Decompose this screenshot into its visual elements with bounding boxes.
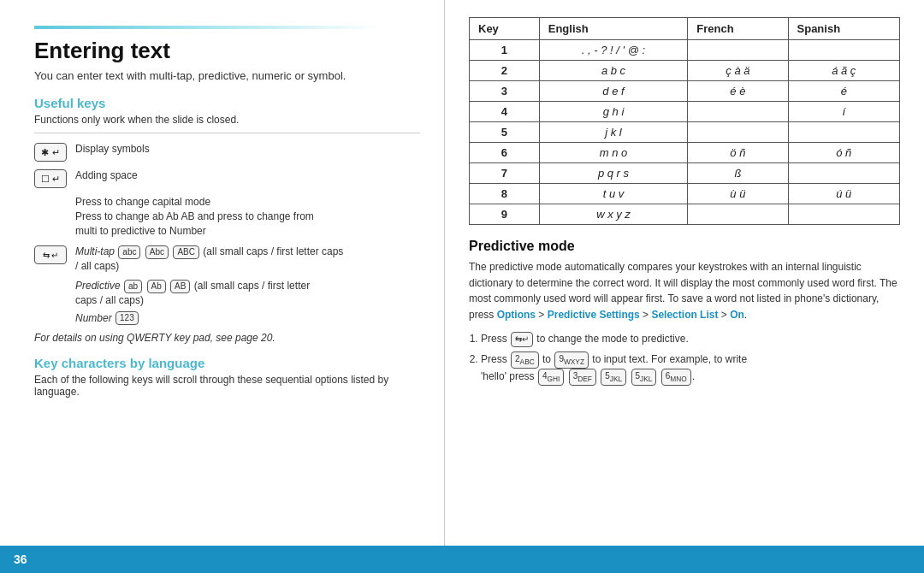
table-row: 1. , - ? ! / ' @ : xyxy=(470,40,900,61)
cell-french xyxy=(688,102,788,122)
cell-english: a b c xyxy=(539,61,688,81)
predictive-mode-desc: Predictive ab Ab AB (all small caps / fi… xyxy=(75,279,310,308)
divider xyxy=(34,133,420,133)
cell-english: . , - ? ! / ' @ : xyxy=(539,40,688,61)
right-column: Key English French Spanish 1. , - ? ! / … xyxy=(445,0,924,546)
cell-french: ß xyxy=(688,163,788,184)
page-number: 36 xyxy=(14,552,27,566)
predictive-settings-link[interactable]: Predictive Settings xyxy=(548,309,640,321)
col-header-spanish: Spanish xyxy=(788,18,899,40)
table-row: 5j k l xyxy=(470,122,900,143)
key-row-multitap: ⇆ ↵ Multi-tap abc Abc ABC (all small cap… xyxy=(34,245,420,274)
cell-key: 7 xyxy=(470,163,540,184)
key-row-number: Number 123 xyxy=(34,311,420,326)
page-title: Entering text xyxy=(34,38,420,64)
step2-l1: 5JKL xyxy=(601,369,626,386)
cell-key: 3 xyxy=(470,81,540,102)
cell-spanish: é xyxy=(788,81,899,102)
step2-key2: 9WXYZ xyxy=(554,351,589,369)
col-header-key: Key xyxy=(470,18,540,40)
italic-note: For details on using QWERTY key pad, see… xyxy=(34,332,420,344)
cell-key: 8 xyxy=(470,184,540,204)
number-icon: 123 xyxy=(116,311,139,325)
cell-spanish xyxy=(788,40,899,61)
table-row: 8t u vù üú ü xyxy=(470,184,900,204)
cell-english: p q r s xyxy=(539,163,688,184)
step2-h: 4GHI xyxy=(538,369,564,386)
number-desc: Number 123 xyxy=(75,311,139,326)
step2-l2: 5JKL xyxy=(631,369,657,386)
key-chars-heading: Key characters by language xyxy=(34,356,420,370)
options-link[interactable]: Options xyxy=(497,309,536,321)
subtitle-text: You can enter text with multi-tap, predi… xyxy=(34,69,420,82)
key-row-space: ☐ ↵ Adding space xyxy=(34,168,420,188)
space-key-icon: ☐ ↵ xyxy=(34,169,67,188)
cell-french: ö ñ xyxy=(688,143,788,163)
capital-key-desc: Press to change capital modePress to cha… xyxy=(75,195,314,238)
left-column: Entering text You can enter text with mu… xyxy=(0,0,445,546)
multitap-key-icon: ⇆ ↵ xyxy=(34,245,67,264)
multitap-mode-2: Abc xyxy=(145,245,169,259)
cell-spanish: ó ñ xyxy=(788,143,899,163)
cell-spanish: ú ü xyxy=(788,184,899,204)
cell-english: w x y z xyxy=(539,204,688,225)
table-row: 2a b cç à äá ã ç xyxy=(470,61,900,81)
step-1: Press ⇆↵ to change the mode to predictiv… xyxy=(481,331,900,347)
number-label: Number xyxy=(75,312,112,324)
predictive-mode-1: ab xyxy=(124,280,142,293)
table-row: 4g h ií xyxy=(470,102,900,122)
cell-spanish xyxy=(788,204,899,225)
step2-key1: 2ABC xyxy=(511,351,539,369)
table-row: 3d e fé èé xyxy=(470,81,900,102)
useful-keys-heading: Useful keys xyxy=(34,96,420,110)
cell-french: ç à ä xyxy=(688,61,788,81)
cell-french xyxy=(688,204,788,225)
multitap-note: (all small caps / first letter caps/ all… xyxy=(75,245,343,272)
col-header-french: French xyxy=(688,18,788,40)
cell-spanish xyxy=(788,122,899,143)
bottom-bar: 36 xyxy=(0,546,924,573)
key-row-symbols: ✱ ↵ Display symbols xyxy=(34,142,420,162)
multitap-mode-1: abc xyxy=(118,245,140,259)
useful-keys-sub: Functions only work when the slide is cl… xyxy=(34,114,420,126)
multitap-mode-3: ABC xyxy=(173,245,199,259)
cell-french xyxy=(688,122,788,143)
cell-english: g h i xyxy=(539,102,688,122)
key-chars-sub: Each of the following keys will scroll t… xyxy=(34,374,420,398)
cell-english: t u v xyxy=(539,184,688,204)
cell-key: 6 xyxy=(470,143,540,163)
cell-spanish: í xyxy=(788,102,899,122)
cell-english: j k l xyxy=(539,122,688,143)
cell-spanish xyxy=(788,163,899,184)
symbol-key-desc: Display symbols xyxy=(75,142,150,157)
symbol-key-icon: ✱ ↵ xyxy=(34,143,67,162)
multitap-label: Multi-tap xyxy=(75,245,115,257)
cell-english: m n o xyxy=(539,143,688,163)
space-key-desc: Adding space xyxy=(75,168,138,183)
symbol-key-label: ✱ ↵ xyxy=(41,147,59,158)
step2-e: 3DEF xyxy=(569,369,596,386)
predictive-text: The predictive mode automatically compar… xyxy=(469,259,900,322)
on-link[interactable]: On xyxy=(730,309,744,321)
key-row-predictive-mode: Predictive ab Ab AB (all small caps / fi… xyxy=(34,279,420,308)
cell-french xyxy=(688,40,788,61)
step1-key: ⇆↵ xyxy=(511,332,533,347)
cell-key: 4 xyxy=(470,102,540,122)
cell-french: ù ü xyxy=(688,184,788,204)
space-key-label: ☐ ↵ xyxy=(41,174,60,185)
table-row: 6m n oö ñó ñ xyxy=(470,143,900,163)
title-bar xyxy=(34,26,382,29)
cell-english: d e f xyxy=(539,81,688,102)
cell-key: 2 xyxy=(470,61,540,81)
table-row: 9w x y z xyxy=(470,204,900,225)
predictive-mode-label: Predictive xyxy=(75,280,121,292)
key-row-capital: Press to change capital modePress to cha… xyxy=(34,195,420,238)
predictive-mode-3: AB xyxy=(170,280,190,293)
predictive-heading: Predictive mode xyxy=(469,239,900,254)
cell-key: 9 xyxy=(470,204,540,225)
char-table: Key English French Spanish 1. , - ? ! / … xyxy=(469,17,900,225)
predictive-mode-2: Ab xyxy=(147,280,166,293)
step-2: Press 2ABC to 9WXYZ to input text. For e… xyxy=(481,351,900,387)
multitap-key-desc: Multi-tap abc Abc ABC (all small caps / … xyxy=(75,245,343,274)
selection-list-link[interactable]: Selection List xyxy=(651,309,718,321)
